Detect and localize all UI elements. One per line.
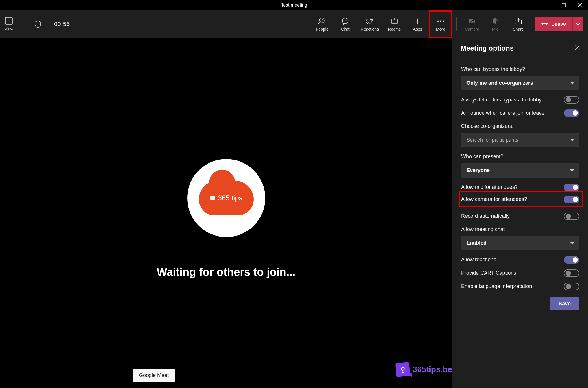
rooms-label: Rooms [388,27,401,32]
office-icon [210,195,216,201]
callers-bypass-toggle[interactable] [564,96,579,104]
allow-camera-highlight: Allow camera for attendees? [459,191,583,207]
rooms-button[interactable]: Rooms [383,10,406,38]
more-button[interactable]: More [429,10,452,38]
meeting-stage: 365 tips Waiting for others to join... G… [0,38,452,388]
allow-camera-toggle[interactable] [564,196,579,203]
present-label: Who can present? [461,153,579,160]
svg-point-7 [319,19,322,21]
avatar-text: 365 tips [218,194,242,202]
lobby-value: Only me and co-organizers [466,80,533,86]
leave-dropdown[interactable] [572,17,583,31]
record-auto-toggle[interactable] [564,213,579,220]
close-icon [575,45,580,50]
allow-mic-label: Allow mic for attendees? [461,184,518,191]
toolbar-separator [24,19,24,30]
leave-button[interactable]: Leave [535,17,572,31]
svg-point-14 [368,21,368,21]
chat-select[interactable]: Enabled [461,236,579,250]
rooms-icon [391,17,398,25]
svg-point-15 [369,21,370,21]
toolbar-separator [456,17,457,31]
panel-title: Meeting options [461,44,514,52]
allow-reactions-label: Allow reactions [461,256,496,263]
close-window-button[interactable] [572,0,588,10]
leave-label: Leave [551,21,566,27]
svg-point-20 [437,20,439,22]
svg-point-29 [401,367,404,371]
svg-line-30 [403,370,403,372]
svg-point-13 [366,19,371,24]
mic-off-icon [491,17,499,25]
reactions-label: Reactions [361,27,379,32]
camera-button[interactable]: Camera [461,10,484,38]
callers-bypass-label: Always let callers bypass the lobby [461,96,541,104]
apps-icon [414,17,421,25]
apps-label: Apps [413,27,422,32]
view-button[interactable]: View [5,17,13,31]
allow-mic-toggle[interactable] [564,184,579,191]
chevron-down-icon [570,139,574,141]
title-bar: Test meeting [0,0,588,10]
coorganizers-search[interactable]: Search for participants [461,133,579,147]
svg-point-10 [344,20,344,21]
svg-line-31 [402,372,404,373]
svg-line-32 [402,368,402,368]
announce-label: Announce when callers join or leave [461,110,544,117]
save-button[interactable]: Save [550,297,579,310]
leave-control: Leave [535,17,583,31]
people-button[interactable]: People [311,10,334,38]
language-interpretation-toggle[interactable] [564,283,579,290]
ellipsis-icon [437,17,444,25]
svg-point-22 [443,20,444,22]
camera-off-icon [468,17,476,25]
chevron-down-icon [570,242,574,244]
allow-reactions-toggle[interactable] [564,256,579,264]
coorganizers-label: Choose co-organizers: [461,123,579,130]
language-interpretation-label: Enable language interpretation [461,283,532,290]
record-auto-label: Record automatically [461,213,510,220]
share-button[interactable]: Share [507,10,530,38]
google-meet-pill[interactable]: Google Meet [133,369,175,382]
people-label: People [316,27,329,32]
grid-icon [5,17,13,25]
chat-button[interactable]: Chat [334,10,357,38]
minimize-button[interactable] [539,0,556,10]
maximize-button[interactable] [556,0,572,10]
chevron-down-icon [576,22,580,27]
cart-captions-toggle[interactable] [564,269,579,277]
watermark-text: 365tips.be [413,365,452,374]
watermark: 365tips.be [396,363,452,376]
svg-point-21 [440,20,442,22]
coorganizers-placeholder: Search for participants [466,137,518,143]
mic-button[interactable]: Mic [484,10,507,38]
chat-value: Enabled [466,240,487,246]
cart-captions-label: Provide CART Captions [461,269,516,277]
apps-button[interactable]: Apps [406,10,429,38]
mic-label: Mic [492,27,498,32]
more-label: More [436,27,445,32]
shield-icon[interactable] [34,20,41,28]
close-panel-button[interactable] [575,45,580,51]
meeting-timer: 00:55 [54,21,70,27]
share-label: Share [513,27,524,32]
lobby-select[interactable]: Only me and co-organizers [461,76,579,90]
svg-rect-28 [210,196,215,200]
svg-point-8 [323,19,325,21]
window-title: Test meeting [281,3,307,8]
share-icon [515,17,522,25]
svg-rect-1 [562,3,565,7]
toolbar-tools: People Chat Reactions Rooms Apps More Ca… [311,10,530,38]
announce-toggle[interactable] [564,109,579,117]
waiting-message: Waiting for others to join... [157,266,296,278]
reactions-button[interactable]: Reactions [357,10,383,38]
chat-icon [342,17,349,25]
view-label: View [5,27,13,31]
chevron-down-icon [570,169,574,172]
watermark-icon [395,362,411,377]
present-select[interactable]: Everyone [461,163,579,178]
hangup-icon [541,21,548,27]
avatar-logo: 365 tips [199,181,254,215]
present-value: Everyone [466,167,490,173]
people-icon [318,17,327,25]
